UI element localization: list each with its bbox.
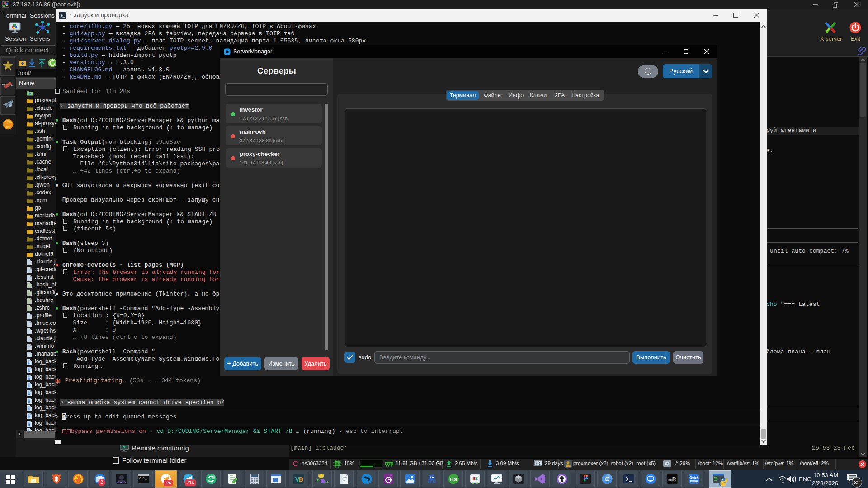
svg-text:utmo: utmo — [690, 479, 698, 483]
svg-text:Quick: Quick — [689, 476, 698, 479]
svg-text:R: R — [672, 476, 676, 483]
svg-text:C:\_: C:\_ — [139, 477, 147, 480]
svg-text:HS: HS — [450, 477, 457, 482]
svg-text:B: B — [299, 476, 303, 483]
svg-text:FRKEY: FRKEY — [117, 481, 126, 484]
